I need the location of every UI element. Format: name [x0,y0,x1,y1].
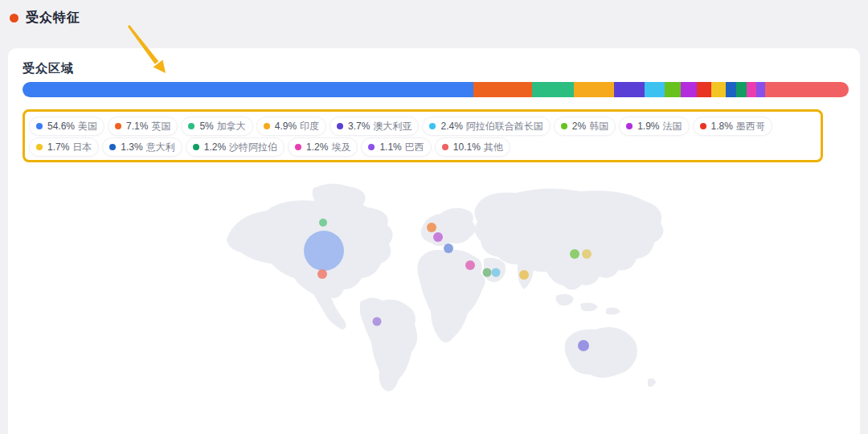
legend-country: 法国 [663,120,682,133]
legend-dot-icon [115,123,121,129]
annotation-arrow-icon [119,23,177,80]
map-bubble-japan [582,249,592,259]
map-bubble-egypt [465,260,475,270]
legend-item-6: 2%韩国 [554,117,616,136]
legend-item-9: 1.7%日本 [29,137,99,157]
legend-percent: 1.2% [306,141,328,153]
legend-country: 英国 [151,120,170,133]
legend-percent: 2.4% [440,121,462,132]
bar-segment-4 [614,82,645,97]
legend-dot-icon [36,144,43,150]
bar-segment-1 [473,82,532,97]
region-stacked-bar [23,82,849,97]
bar-segment-11 [736,82,746,97]
legend-percent: 4.9% [275,121,297,132]
legend-country: 沙特阿拉伯 [229,141,277,154]
legend-item-13: 1.1%巴西 [361,137,431,157]
map-bubble-brazil [373,317,382,326]
legend-dot-icon [295,144,301,150]
map-bubble-australia [578,340,589,351]
map-bubble-uae [492,268,501,277]
legend-row-2: 1.7%日本1.3%意大利1.2%沙特阿拉伯1.2%埃及1.1%巴西10.1%其… [29,137,817,157]
legend-country: 阿拉伯联合酋长国 [466,120,543,133]
legend-dot-icon [442,144,448,150]
map-bubble-india [519,270,529,280]
legend-dot-icon [368,144,375,150]
legend-row-1: 54.6%美国7.1%英国5%加拿大4.9%印度3.7%澳大利亚2.4%阿拉伯联… [29,117,817,136]
legend-highlight-box: 54.6%美国7.1%英国5%加拿大4.9%印度3.7%澳大利亚2.4%阿拉伯联… [23,109,823,162]
legend-dot-icon [561,123,567,129]
map-bubble-saudi-arabia [483,268,492,277]
legend-percent: 1.3% [121,141,142,153]
legend-country: 墨西哥 [736,120,765,133]
legend-country: 韩国 [589,120,608,133]
legend-dot-icon [188,123,194,129]
map-bubble-france [433,232,443,242]
legend-country: 澳大利亚 [373,120,411,133]
legend-percent: 2% [572,121,586,132]
section-header: 受众特征 [10,10,80,27]
legend-dot-icon [626,123,633,129]
legend-percent: 3.7% [348,121,370,132]
legend-item-11: 1.2%沙特阿拉伯 [186,137,285,157]
legend-item-7: 1.9%法国 [619,117,689,136]
legend-country: 日本 [72,141,92,154]
bar-segment-8 [697,82,712,97]
section-bullet-icon [10,14,18,23]
legend-item-10: 1.3%意大利 [102,137,182,157]
map-bubble-canada [319,219,327,227]
legend-item-1: 7.1%英国 [108,117,178,136]
bar-segment-7 [681,82,697,97]
bar-segment-3 [574,82,614,97]
legend-item-5: 2.4%阿拉伯联合酋长国 [422,117,550,136]
bar-segment-10 [726,82,736,97]
legend-percent: 54.6% [47,121,75,132]
legend-country: 印度 [300,120,319,133]
legend-dot-icon [109,144,116,150]
legend-dot-icon [36,123,43,129]
card-heading: 受众区域 [23,61,74,76]
bar-segment-6 [665,82,682,97]
bar-segment-5 [645,82,665,97]
legend-dot-icon [429,123,436,129]
legend-country: 加拿大 [217,120,246,133]
map-bubble-italy [444,244,453,253]
map-bubble-mexico [317,269,327,279]
world-map [211,183,674,411]
map-bubble-united-states [304,231,344,271]
legend-item-4: 3.7%澳大利亚 [330,117,419,136]
world-map-land [227,183,664,391]
legend-percent: 1.9% [637,121,659,132]
legend-country: 美国 [78,120,97,133]
legend-dot-icon [337,123,343,129]
legend-percent: 7.1% [126,121,148,132]
legend-item-12: 1.2%埃及 [288,137,358,157]
legend-item-2: 5%加拿大 [181,117,252,136]
legend-dot-icon [193,144,199,150]
section-title: 受众特征 [26,10,80,27]
bar-segment-14 [765,82,849,97]
legend-country: 其他 [484,141,503,154]
legend-country: 巴西 [405,141,424,154]
legend-item-0: 54.6%美国 [29,117,104,136]
legend-percent: 1.2% [204,141,226,153]
legend-percent: 1.7% [47,141,69,153]
bar-segment-0 [23,82,473,97]
legend-country: 埃及 [331,141,350,154]
bar-segment-2 [532,82,573,97]
audience-region-card: 受众区域 54.6%美国7.1%英国5%加拿大4.9%印度3.7%澳大利亚2.4… [8,48,860,434]
legend-dot-icon [700,123,706,129]
map-bubble-south-korea [570,249,579,259]
legend-percent: 5% [199,121,213,132]
legend-dot-icon [264,123,270,129]
bar-segment-13 [756,82,765,97]
map-bubble-united-kingdom [427,223,436,232]
legend-percent: 10.1% [453,141,481,153]
legend-item-3: 4.9%印度 [256,117,326,136]
bar-segment-9 [711,82,725,97]
bar-segment-12 [747,82,756,97]
legend-item-8: 1.8%墨西哥 [693,117,772,136]
legend-item-14: 10.1%其他 [435,137,510,157]
legend-percent: 1.1% [379,141,401,153]
legend-percent: 1.8% [711,121,733,132]
